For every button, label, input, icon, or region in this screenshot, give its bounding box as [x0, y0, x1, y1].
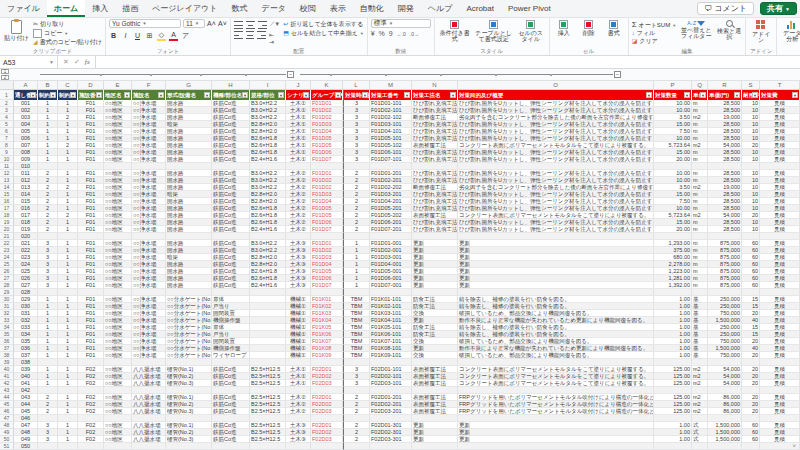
cell[interactable]: 1 — [58, 128, 78, 135]
cell[interactable]: F01 — [78, 345, 104, 352]
cell[interactable]: F01D02-201 — [370, 177, 412, 184]
cell[interactable]: ○○浄水場 — [132, 296, 166, 303]
cell[interactable] — [692, 443, 708, 450]
merge-center-button[interactable]: ⬒セルを結合して中央揃え ▼ — [283, 30, 363, 37]
cell[interactable] — [458, 387, 654, 394]
cell[interactable]: 鉄筋Co造 — [212, 212, 250, 219]
cell[interactable]: 開閉装置 — [212, 338, 250, 345]
row-number[interactable]: 41 — [0, 373, 14, 380]
cell[interactable]: 更新 — [458, 268, 654, 275]
cell[interactable]: F02D01-301 — [370, 422, 412, 429]
cell[interactable]: ひび割れ箇所をUカットし、弾性シーリング材を注入して水分の浸入を防止する。 — [458, 100, 654, 107]
cell[interactable]: 土木② — [286, 408, 311, 415]
cell[interactable]: 375.00 — [654, 247, 692, 254]
cell[interactable] — [250, 317, 286, 324]
cell[interactable]: 開水路 — [166, 282, 212, 289]
cell[interactable]: 開水路 — [166, 212, 212, 219]
cell[interactable]: ○○地区 — [104, 156, 132, 163]
cell[interactable]: 10 — [742, 107, 760, 114]
outline-level-1-button[interactable]: 1 — [1, 69, 9, 74]
cell[interactable]: 005 — [14, 128, 38, 135]
cell[interactable]: F01 — [78, 184, 104, 191]
cell[interactable] — [250, 163, 286, 170]
cell[interactable]: 023 — [14, 254, 38, 261]
cell[interactable]: 20 — [742, 212, 760, 219]
cell[interactable] — [654, 289, 692, 296]
format-as-table-button[interactable]: テーブルとして書式設定 — [475, 19, 513, 42]
cell[interactable]: m — [692, 156, 708, 163]
cell[interactable]: 60 — [742, 254, 760, 261]
cell[interactable]: ○○浄水場 — [132, 226, 166, 233]
cell[interactable]: F01K05 — [311, 324, 343, 331]
cell[interactable]: F01 — [78, 247, 104, 254]
column-letter-Q[interactable]: Q — [692, 81, 708, 89]
cell[interactable]: ○○地区 — [104, 226, 132, 233]
cell[interactable] — [58, 415, 78, 422]
cell[interactable]: F01 — [78, 268, 104, 275]
cell[interactable]: 2 — [343, 205, 370, 212]
cell[interactable]: F01 — [78, 352, 104, 359]
cell[interactable]: 開水路 — [166, 261, 212, 268]
cell[interactable]: ○○地区 — [104, 184, 132, 191]
cell[interactable]: 28,500 — [708, 156, 742, 163]
cell[interactable]: 八八揚水場 — [132, 373, 166, 380]
cell[interactable] — [250, 415, 286, 422]
cell[interactable] — [343, 415, 370, 422]
cell[interactable]: F01D05 — [311, 135, 343, 142]
cell[interactable] — [370, 359, 412, 366]
cell[interactable]: ひび割れ充填工法 — [412, 198, 458, 205]
cell[interactable]: F01D03 — [311, 121, 343, 128]
cell[interactable]: m — [692, 170, 708, 177]
cell[interactable]: ○○浄水場 — [132, 275, 166, 282]
cell[interactable]: B2.6×H1.8 — [250, 212, 286, 219]
cell[interactable]: 鉄筋Co造 — [212, 254, 250, 261]
cell[interactable]: 防食工法 — [412, 324, 458, 331]
cell[interactable]: 更新 — [458, 436, 654, 443]
cell[interactable]: ひび割れ充填工法 — [412, 121, 458, 128]
cell[interactable]: 更新 — [412, 282, 458, 289]
font-family-combo[interactable]: Yu Gothic▼ — [109, 19, 181, 28]
cell[interactable]: 028 — [14, 289, 38, 296]
cell[interactable]: 更新 — [458, 247, 654, 254]
cell[interactable]: B2.6×H1.8 — [250, 219, 286, 226]
borders-button[interactable]: ⊞ — [145, 31, 154, 40]
cell[interactable]: FRPグリッドを用いたポリマーセメントモルタル吹付けにより構造の一体化と補強を図… — [458, 408, 654, 415]
cell[interactable]: F01D06 — [311, 275, 343, 282]
cell[interactable]: 1 — [58, 156, 78, 163]
column-header[interactable]: 対策目的及び概要▼ — [458, 90, 654, 100]
cell[interactable]: F01 — [78, 205, 104, 212]
cell[interactable]: 2 — [38, 219, 58, 226]
cell[interactable]: 鉄筋Co造 — [212, 100, 250, 107]
cell[interactable]: F01D02-202 — [370, 184, 412, 191]
cell[interactable]: F01 — [78, 261, 104, 268]
cell[interactable]: コンクリート表面にポリマーセメントモルタルをこて塗りにより被覆する。 — [458, 366, 654, 373]
cell[interactable] — [742, 233, 760, 240]
cell[interactable]: 1 — [58, 226, 78, 233]
cell[interactable]: m2 — [692, 366, 708, 373]
cell[interactable]: 3 — [38, 268, 58, 275]
cell[interactable] — [78, 163, 104, 170]
row-number[interactable]: 16 — [0, 198, 14, 205]
cell[interactable]: 鉄筋Co造 — [212, 247, 250, 254]
cell[interactable]: B2.6×H1.8 — [250, 205, 286, 212]
cell[interactable]: 破損しているため、部品交換により機能回復を図る。 — [458, 352, 654, 359]
cell[interactable] — [58, 233, 78, 240]
row-number[interactable]: 51 — [0, 443, 14, 450]
cell[interactable]: 013 — [14, 184, 38, 191]
cell[interactable] — [760, 233, 800, 240]
cell[interactable]: ○○分水ゲート(No.1) — [166, 317, 212, 324]
cell[interactable]: 1 — [38, 345, 58, 352]
cell[interactable]: 1 — [58, 310, 78, 317]
row-number[interactable]: 10 — [0, 156, 14, 163]
cell[interactable]: 1 — [38, 303, 58, 310]
cell[interactable]: 更新 — [458, 254, 654, 261]
cell[interactable] — [132, 443, 166, 450]
cell[interactable]: ○○浄水場 — [132, 219, 166, 226]
cell[interactable]: 見積 — [760, 275, 800, 282]
cell[interactable]: FRPグリッドを用いたポリマーセメントモルタル吹付けにより構造の一体化と補強を図… — [458, 394, 654, 401]
cell[interactable]: 1 — [343, 268, 370, 275]
cell[interactable]: 20 — [742, 408, 760, 415]
cell[interactable]: 機械① — [286, 317, 311, 324]
cell[interactable]: 20 — [742, 142, 760, 149]
cell[interactable]: ○○地区 — [104, 240, 132, 247]
